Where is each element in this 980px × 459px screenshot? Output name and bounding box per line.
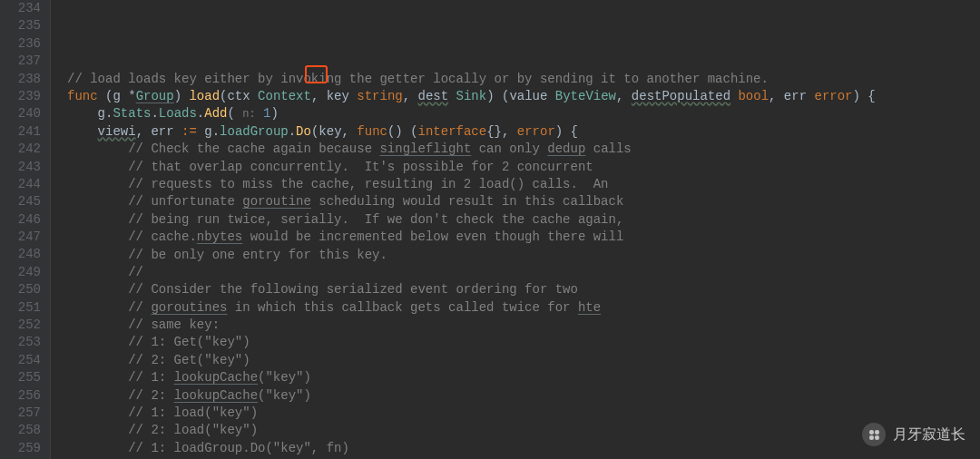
line-number: 242 (0, 141, 41, 158)
code-line[interactable]: // 1: loadGroup.Do("key", fn) (67, 440, 980, 457)
line-number: 256 (0, 387, 41, 405)
code-line[interactable]: // same key: (67, 317, 980, 334)
line-number: 234 (0, 0, 41, 17)
line-number-gutter: 2342352362372382392402412422432442452462… (0, 0, 51, 459)
line-number: 243 (0, 159, 41, 176)
line-number: 249 (0, 264, 41, 281)
code-line[interactable]: g.Stats.Loads.Add( n: 1) (67, 105, 980, 122)
line-number: 257 (0, 405, 41, 422)
line-number: 250 (0, 281, 41, 298)
code-line[interactable]: // (67, 264, 980, 281)
line-number: 244 (0, 176, 41, 193)
line-number: 252 (0, 317, 41, 334)
code-line[interactable]: // Check the cache again because singlef… (67, 141, 980, 158)
code-line[interactable]: // 1: load("key") (67, 405, 980, 422)
code-line[interactable]: // Consider the following serialized eve… (67, 281, 980, 298)
code-line[interactable]: // unfortunate goroutine scheduling woul… (67, 193, 980, 210)
code-line[interactable]: viewi, err := g.loadGroup.Do(key, func()… (67, 123, 980, 141)
line-number: 241 (0, 123, 41, 141)
code-line[interactable]: // 2: lookupCache("key") (67, 387, 980, 405)
code-line[interactable]: // 2: load("key") (67, 422, 980, 439)
code-line[interactable]: // cache.nbytes would be incremented bel… (67, 229, 980, 246)
line-number: 239 (0, 88, 41, 105)
code-line[interactable]: // be only one entry for this key. (67, 247, 980, 264)
watermark: 月牙寂道长 (862, 423, 965, 446)
line-number: 253 (0, 334, 41, 351)
line-number: 259 (0, 440, 41, 457)
line-number: 235 (0, 17, 41, 34)
line-number: 255 (0, 369, 41, 386)
line-number: 237 (0, 53, 41, 70)
line-number: 245 (0, 193, 41, 210)
line-number: 247 (0, 229, 41, 246)
line-number: 236 (0, 35, 41, 53)
code-line[interactable]: func (g *Group) load(ctx Context, key st… (67, 88, 980, 105)
line-number: 238 (0, 71, 41, 88)
code-line[interactable]: // 1: Get("key") (67, 334, 980, 351)
code-line[interactable]: // load loads key either by invoking the… (67, 71, 980, 88)
line-number: 248 (0, 246, 41, 263)
code-editor[interactable]: 2342352362372382392402412422432442452462… (0, 0, 980, 459)
line-number: 240 (0, 105, 41, 122)
line-number: 251 (0, 299, 41, 317)
line-number: 254 (0, 352, 41, 369)
code-line[interactable]: // goroutines in which this callback get… (67, 299, 980, 317)
watermark-text: 月牙寂道长 (893, 425, 965, 443)
code-line[interactable]: // that overlap concurrently. It's possi… (67, 159, 980, 176)
code-line[interactable]: // 1: lookupCache("key") (67, 369, 980, 386)
line-number: 258 (0, 422, 41, 439)
line-number: 246 (0, 211, 41, 229)
wechat-icon (862, 423, 886, 446)
code-line[interactable]: // being run twice, serially. If we don'… (67, 211, 980, 229)
code-area[interactable]: // load loads key either by invoking the… (51, 0, 980, 459)
code-line[interactable]: // requests to miss the cache, resulting… (67, 176, 980, 193)
code-line[interactable] (67, 53, 980, 70)
code-line[interactable]: // 2: Get("key") (67, 352, 980, 369)
